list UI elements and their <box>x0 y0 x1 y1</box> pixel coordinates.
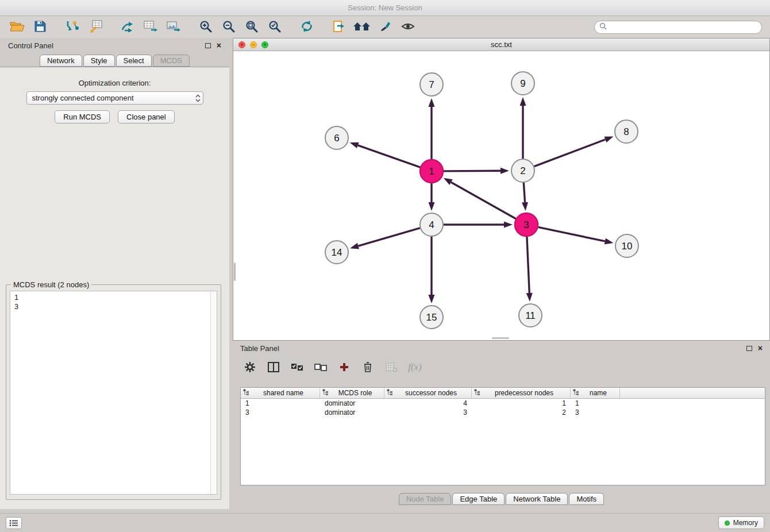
edge-arrowhead-3-10 <box>605 238 614 245</box>
edge-2-8[interactable] <box>534 140 606 167</box>
refresh-button[interactable] <box>295 18 318 36</box>
column-header-mcds-role[interactable]: MCDS role <box>320 388 384 398</box>
memory-button[interactable]: Memory <box>718 516 764 529</box>
run-mcds-button[interactable]: Run MCDS <box>55 110 110 124</box>
zoom-in-icon <box>199 20 212 34</box>
delete-table-icon <box>386 363 398 372</box>
tab-network-table[interactable]: Network Table <box>506 493 568 505</box>
import-table-button[interactable] <box>84 18 107 36</box>
edge-3-10[interactable] <box>538 227 605 241</box>
save-session-button[interactable] <box>29 18 52 36</box>
graph-node-label-14: 14 <box>332 247 342 258</box>
criterion-select[interactable]: strongly connected component <box>26 91 203 105</box>
select-all-icon <box>291 363 303 372</box>
float-panel-icon[interactable] <box>205 43 211 48</box>
delete-table-button-disabled[interactable] <box>384 360 398 374</box>
edge-arrowhead-1-6 <box>350 142 359 148</box>
search-icon <box>599 22 607 32</box>
show-columns-button[interactable] <box>267 360 280 374</box>
zoom-out-icon <box>222 20 235 34</box>
column-header-shared-name[interactable]: shared name <box>241 388 320 398</box>
home-button[interactable] <box>351 18 374 36</box>
copy-view-button[interactable] <box>328 18 351 36</box>
select-stepper-icon <box>195 94 201 102</box>
search-input[interactable] <box>610 23 757 31</box>
cell-name: 1 <box>571 399 620 407</box>
graph-node-label-6: 6 <box>334 133 339 144</box>
column-label: name <box>579 389 617 397</box>
edge-4-14[interactable] <box>358 228 419 246</box>
toolbar-separator <box>185 18 194 36</box>
table-settings-button[interactable] <box>243 360 257 374</box>
export-image-button[interactable] <box>162 18 185 36</box>
export-table-button[interactable] <box>139 18 162 36</box>
task-history-button[interactable] <box>6 517 22 529</box>
result-scrollbar[interactable] <box>210 291 217 494</box>
search-box[interactable] <box>594 21 762 34</box>
maximize-window-icon[interactable]: + <box>261 41 268 48</box>
graph-node-label-3: 3 <box>523 219 529 230</box>
edge-1-2[interactable] <box>444 171 500 171</box>
minimize-window-icon[interactable]: − <box>250 41 257 48</box>
float-table-panel-icon[interactable] <box>746 346 752 351</box>
table-row[interactable]: 3dominator323 <box>241 408 765 417</box>
network-window-title: scc.txt <box>491 40 512 49</box>
zoom-fit-button[interactable] <box>240 18 263 36</box>
add-column-button[interactable] <box>337 360 351 374</box>
close-window-icon[interactable]: × <box>238 41 245 48</box>
network-window-titlebar[interactable]: × − + scc.txt <box>233 38 769 51</box>
tab-network[interactable]: Network <box>40 55 82 67</box>
zoom-in-button[interactable] <box>194 18 217 36</box>
style-brush-button[interactable] <box>374 18 396 36</box>
zoom-out-button[interactable] <box>217 18 240 36</box>
column-header-predecessor-nodes[interactable]: predecessor nodes <box>472 388 571 398</box>
mcds-result-item[interactable]: 3 <box>10 302 217 311</box>
deselect-all-button[interactable] <box>314 360 328 374</box>
delete-column-button[interactable] <box>361 360 375 374</box>
close-table-panel-icon[interactable]: × <box>758 345 763 351</box>
function-builder-button[interactable]: f(x) <box>408 360 422 374</box>
column-header-successor-nodes[interactable]: successor nodes <box>384 388 472 398</box>
tab-mcds[interactable]: MCDS <box>153 55 190 67</box>
tab-edge-table[interactable]: Edge Table <box>452 493 505 505</box>
mcds-result-list[interactable]: 13 <box>10 291 217 495</box>
criterion-selected-value: strongly connected component <box>32 94 134 102</box>
zoom-selected-button[interactable] <box>263 18 286 36</box>
edge-arrowhead-4-14 <box>350 243 359 249</box>
network-tools-button[interactable] <box>116 18 139 36</box>
eye-icon <box>401 22 415 33</box>
open-folder-icon <box>10 21 25 34</box>
select-all-button[interactable] <box>290 360 304 374</box>
trash-icon <box>363 361 372 373</box>
gear-icon <box>244 361 256 373</box>
control-panel-header: Control Panel × <box>0 38 229 53</box>
tab-select[interactable]: Select <box>116 55 152 67</box>
close-panel-icon[interactable]: × <box>217 43 221 48</box>
edge-1-6[interactable] <box>358 145 420 167</box>
mcds-result-item[interactable]: 1 <box>10 293 217 302</box>
plus-icon <box>339 362 349 372</box>
edge-arrowhead-1-2 <box>500 168 509 174</box>
graph-node-label-8: 8 <box>623 126 629 137</box>
column-header-name[interactable]: name <box>571 388 620 398</box>
column-header-filler <box>620 388 765 398</box>
import-network-button[interactable] <box>61 18 84 36</box>
home-icon <box>353 21 371 33</box>
network-canvas[interactable]: 7968124314101511 <box>233 52 769 340</box>
graph-node-label-7: 7 <box>429 79 434 90</box>
network-vertical-scrollbar[interactable] <box>234 263 236 281</box>
tab-motifs[interactable]: Motifs <box>569 493 604 505</box>
edge-3-11[interactable] <box>527 237 529 293</box>
network-horizontal-scrollbar[interactable] <box>492 337 509 339</box>
edge-3-1[interactable] <box>451 182 516 219</box>
tab-style[interactable]: Style <box>83 55 115 67</box>
edge-2-3[interactable] <box>523 183 525 202</box>
tab-node-table[interactable]: Node Table <box>399 493 452 505</box>
open-file-button[interactable] <box>6 18 29 36</box>
toolbar-separator <box>52 18 61 36</box>
table-row[interactable]: 1dominator411 <box>241 399 765 408</box>
column-tree-icon <box>573 389 579 395</box>
close-panel-button[interactable]: Close panel <box>118 110 175 124</box>
show-hide-button[interactable] <box>396 18 419 36</box>
graph-node-label-4: 4 <box>429 219 434 230</box>
